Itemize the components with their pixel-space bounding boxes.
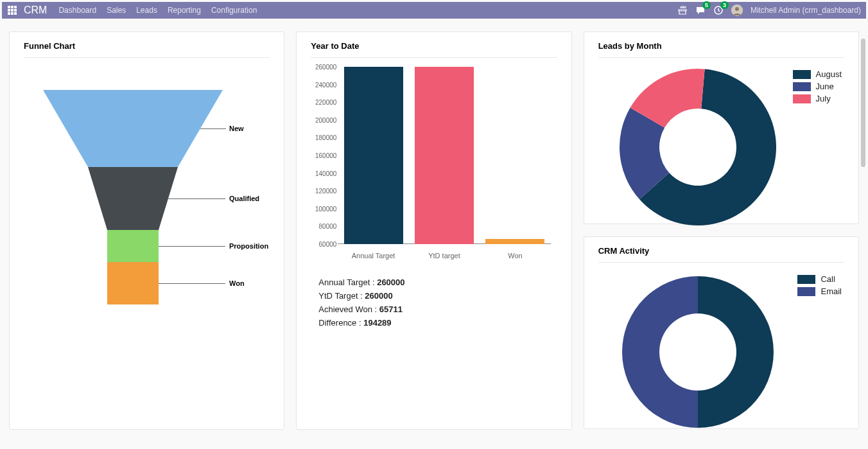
activities-badge: 3 bbox=[720, 1, 729, 9]
donut-slice-email bbox=[622, 276, 698, 428]
svg-rect-1 bbox=[11, 6, 13, 8]
svg-marker-15 bbox=[107, 262, 159, 304]
legend-swatch bbox=[793, 70, 811, 79]
nav-link-configuration[interactable]: Configuration bbox=[211, 6, 257, 15]
legend-swatch bbox=[793, 94, 811, 103]
nav-link-sales[interactable]: Sales bbox=[107, 6, 126, 15]
legend-label: Email bbox=[820, 286, 842, 296]
funnel-title: Funnel Chart bbox=[24, 41, 270, 58]
username[interactable]: Mitchell Admin (crm_dashboard) bbox=[751, 6, 861, 15]
nav-link-leads[interactable]: Leads bbox=[136, 6, 157, 15]
leads-donut-chart bbox=[618, 67, 778, 227]
svg-marker-13 bbox=[88, 167, 178, 230]
svg-rect-2 bbox=[14, 6, 17, 8]
avatar[interactable] bbox=[731, 4, 743, 16]
y-tick: 120000 bbox=[311, 188, 336, 195]
y-tick: 100000 bbox=[311, 205, 336, 212]
leads-legend: AugustJuneJuly bbox=[793, 69, 842, 227]
y-tick: 140000 bbox=[311, 170, 336, 177]
x-label: YtD target bbox=[415, 252, 474, 260]
legend-label: August bbox=[816, 69, 842, 79]
bar-annual-target bbox=[344, 67, 403, 244]
legend-label: July bbox=[816, 94, 831, 103]
funnel-label-qualified: Qualified bbox=[229, 195, 259, 202]
svg-rect-7 bbox=[11, 12, 13, 15]
y-tick: 60000 bbox=[311, 241, 336, 248]
activity-legend: CallEmail bbox=[797, 274, 842, 432]
stat-ytd-label: YtD Target : bbox=[318, 291, 365, 301]
y-tick: 160000 bbox=[311, 152, 336, 159]
ytd-card: Year to Date Annual TargetYtD targetWon … bbox=[296, 31, 571, 430]
y-tick: 80000 bbox=[311, 223, 336, 230]
legend-swatch bbox=[797, 275, 815, 284]
navbar: CRM Dashboard Sales Leads Reporting Conf… bbox=[2, 2, 866, 19]
funnel-label-new: New bbox=[229, 125, 244, 132]
legend-label: June bbox=[816, 82, 834, 91]
leads-card: Leads by Month AugustJuneJuly bbox=[584, 31, 859, 224]
stat-won-value: 65711 bbox=[379, 304, 403, 314]
activity-donut-chart bbox=[618, 272, 778, 432]
legend-swatch bbox=[797, 287, 815, 296]
stat-won-label: Achieved Won : bbox=[318, 304, 379, 314]
svg-marker-14 bbox=[107, 230, 159, 262]
legend-item-june[interactable]: June bbox=[793, 82, 842, 91]
svg-rect-6 bbox=[8, 12, 10, 15]
stat-annual-label: Annual Target : bbox=[318, 277, 377, 287]
legend-item-august[interactable]: August bbox=[793, 69, 842, 79]
funnel-label-won: Won bbox=[229, 279, 245, 287]
leads-title: Leads by Month bbox=[598, 41, 844, 58]
nav-links: Dashboard Sales Leads Reporting Configur… bbox=[58, 6, 257, 15]
ytd-bar-chart: Annual TargetYtD targetWon 6000080000100… bbox=[338, 67, 550, 260]
legend-swatch bbox=[793, 82, 811, 91]
y-tick: 260000 bbox=[311, 64, 336, 71]
svg-marker-12 bbox=[43, 90, 223, 167]
funnel-label-proposition: Proposition bbox=[229, 242, 268, 250]
bar-won bbox=[485, 239, 544, 244]
funnel-chart: New Qualified Proposition Won bbox=[24, 90, 270, 360]
messages-badge: 5 bbox=[702, 1, 711, 9]
x-label: Won bbox=[485, 252, 544, 260]
y-tick: 240000 bbox=[311, 81, 336, 88]
nav-link-dashboard[interactable]: Dashboard bbox=[58, 6, 96, 15]
svg-rect-3 bbox=[8, 9, 10, 12]
messages-icon[interactable]: 5 bbox=[695, 5, 706, 15]
ytd-stats: Annual Target : 260000 YtD Target : 2600… bbox=[318, 277, 557, 328]
svg-rect-8 bbox=[14, 12, 17, 15]
legend-item-call[interactable]: Call bbox=[797, 274, 842, 284]
svg-rect-4 bbox=[11, 9, 13, 12]
x-label: Annual Target bbox=[344, 252, 403, 260]
svg-rect-5 bbox=[14, 9, 17, 12]
y-tick: 180000 bbox=[311, 134, 336, 141]
stat-ytd-value: 260000 bbox=[365, 291, 392, 301]
funnel-card: Funnel Chart New Qualified Proposition W… bbox=[9, 31, 284, 430]
nav-right: 5 3 Mitchell Admin (crm_dashboard) bbox=[677, 4, 861, 16]
legend-label: Call bbox=[820, 274, 835, 284]
stat-diff-label: Difference : bbox=[318, 318, 363, 328]
ytd-title: Year to Date bbox=[311, 41, 557, 58]
activity-title: CRM Activity bbox=[598, 246, 844, 263]
y-tick: 220000 bbox=[311, 99, 336, 106]
y-tick: 200000 bbox=[311, 116, 336, 123]
donut-slice-call bbox=[698, 276, 774, 428]
gift-icon[interactable] bbox=[677, 5, 688, 15]
nav-link-reporting[interactable]: Reporting bbox=[168, 6, 201, 15]
apps-icon[interactable] bbox=[7, 5, 17, 15]
svg-point-11 bbox=[735, 7, 739, 11]
scrollbar[interactable] bbox=[861, 39, 865, 167]
activity-card: CRM Activity CallEmail bbox=[584, 236, 859, 429]
bar-ytd-target bbox=[415, 67, 474, 244]
svg-rect-0 bbox=[8, 6, 10, 8]
legend-item-email[interactable]: Email bbox=[797, 286, 842, 296]
legend-item-july[interactable]: July bbox=[793, 94, 842, 103]
stat-diff-value: 194289 bbox=[363, 318, 391, 328]
activities-icon[interactable]: 3 bbox=[713, 5, 724, 15]
brand[interactable]: CRM bbox=[24, 4, 47, 16]
dashboard: Funnel Chart New Qualified Proposition W… bbox=[0, 19, 868, 443]
stat-annual-value: 260000 bbox=[377, 277, 404, 287]
